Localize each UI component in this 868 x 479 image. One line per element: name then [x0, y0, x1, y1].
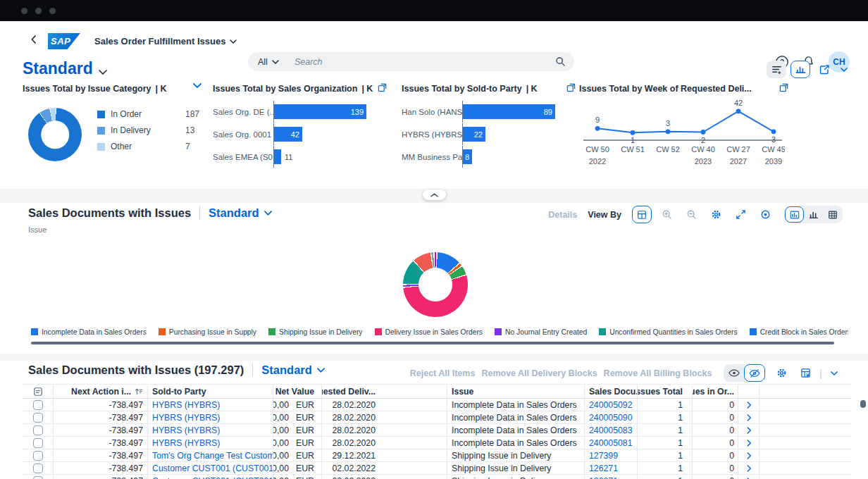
sap-logo[interactable]: SAP [48, 33, 80, 49]
sold-to-party-link[interactable]: Tom's Org Change Test Customer (1003526) [152, 451, 273, 461]
open-in-window-icon[interactable] [779, 83, 790, 94]
bar-axis: 42 [273, 123, 302, 145]
legend-toggle-icon[interactable] [755, 206, 775, 223]
sold-to-party-link[interactable]: Customer CUST001 (CUST001) [152, 464, 273, 473]
window-maximize-dot[interactable] [49, 8, 56, 14]
remove-delivery-blocks-button[interactable]: Remove All Delivery Blocks [481, 368, 597, 378]
chevron-down-icon[interactable] [829, 364, 840, 382]
window-minimize-dot[interactable] [35, 8, 42, 14]
table-settings-gear-icon[interactable] [771, 364, 791, 382]
sold-to-party-link[interactable]: HYBRS (HYBRS) [152, 400, 220, 410]
row-checkbox[interactable] [33, 476, 43, 479]
row-chevron-right-icon[interactable] [744, 400, 754, 410]
col-sold-to-party[interactable]: Sold-to Party [148, 385, 273, 398]
chart-legend-item[interactable]: Incomplete Data in Sales Orders [31, 328, 147, 336]
row-checkbox[interactable] [33, 438, 43, 448]
table-variant-select[interactable]: Standard [252, 363, 325, 377]
filter-bar[interactable]: 139 [274, 104, 366, 119]
sales-document-link[interactable]: 240005081 [589, 438, 633, 448]
row-chevron-right-icon[interactable] [744, 451, 754, 461]
row-filler [760, 424, 851, 436]
col-item-issues[interactable]: Item Issues in Or... [693, 385, 738, 398]
fullscreen-icon[interactable] [731, 206, 750, 223]
drilldown-grid-button[interactable] [632, 206, 652, 223]
visual-filter-legend-item[interactable]: In Delivery 13 [97, 125, 199, 135]
col-next-action[interactable]: Next Action i... [54, 385, 148, 398]
row-checkbox[interactable] [33, 413, 43, 423]
row-checkbox[interactable] [33, 400, 43, 410]
row-chevron-right-icon[interactable] [744, 413, 754, 423]
visualfilter-view-button[interactable] [790, 61, 810, 78]
zoom-out-icon[interactable] [681, 206, 701, 223]
sold-to-party-link[interactable]: Customer CUST001 (CUST001) [152, 476, 273, 479]
col-net-value[interactable]: Net Value [273, 385, 322, 398]
row-chevron-right-icon[interactable] [744, 438, 754, 448]
row-chevron-right-icon[interactable] [744, 425, 754, 435]
sales-document-link[interactable]: 240005083 [589, 425, 633, 435]
chart-table-view-button[interactable] [785, 206, 804, 223]
col-issue[interactable]: Issue [447, 385, 585, 398]
chart-legend-item[interactable]: Shipping Issue in Delivery [268, 328, 362, 336]
visual-filter-legend-item[interactable]: Other 7 [97, 142, 199, 151]
col-issues-total[interactable]: Issues Total [638, 385, 693, 398]
row-checkbox[interactable] [33, 451, 43, 461]
row-checkbox[interactable] [33, 464, 43, 473]
issues-donut-chart[interactable] [403, 252, 468, 317]
zoom-in-icon[interactable] [657, 206, 676, 223]
open-in-window-icon[interactable] [378, 83, 389, 94]
view-by-button[interactable]: View By [588, 210, 621, 220]
row-chevron-right-icon[interactable] [744, 476, 754, 479]
filter-bar[interactable]: 8 [463, 149, 472, 164]
chevron-down-icon[interactable] [193, 83, 204, 94]
clear-selection-icon[interactable] [23, 385, 54, 398]
chart-legend-item[interactable]: Credit Block in Sales Orders [750, 328, 848, 336]
row-chevron-right-icon[interactable] [744, 464, 754, 473]
filter-bar[interactable]: 42 [274, 127, 302, 142]
sales-document-link[interactable]: 126271 [589, 476, 618, 479]
table-view-button[interactable] [823, 206, 842, 223]
col-requested-delivery[interactable]: Requested Deliv... [322, 385, 447, 398]
filter-bar[interactable]: 22 [463, 127, 485, 142]
delivery-week-line-chart[interactable]: 9132423CW 502022CW 51CW 52CW 402023CW 27… [579, 100, 790, 170]
legend-horizontal-scrollbar[interactable] [31, 342, 834, 344]
legend-swatch [599, 328, 606, 335]
row-checkbox[interactable] [33, 425, 43, 435]
bar-row: Han Solo (HANS... 89 [402, 104, 578, 119]
show-details-eye-icon[interactable] [724, 364, 745, 382]
chart-legend-item[interactable]: Delivery Issue in Sales Orders [375, 328, 483, 336]
export-spreadsheet-icon[interactable] [798, 364, 813, 382]
visual-filter-legend-item[interactable]: In Order 187 [97, 109, 199, 119]
open-in-window-icon[interactable] [566, 83, 578, 94]
issue-category-donut-chart[interactable] [28, 108, 82, 161]
hide-details-eye-off-icon[interactable] [744, 364, 765, 382]
col-sales-document[interactable]: Sales Docu... [585, 385, 638, 398]
collapse-header-button[interactable] [423, 189, 446, 200]
window-close-dot[interactable] [21, 8, 27, 14]
filter-bar[interactable]: 89 [463, 104, 555, 119]
chart-legend-item[interactable]: Purchasing Issue in Supply [159, 328, 256, 336]
back-icon[interactable] [28, 34, 41, 46]
page-variant-title[interactable]: Standard [23, 59, 107, 78]
sold-to-party-link[interactable]: HYBRS (HYBRS) [152, 438, 220, 448]
filterbar-view-button[interactable] [767, 61, 786, 78]
sales-document-link[interactable]: 240005090 [589, 413, 633, 423]
table-vertical-scrollbar[interactable] [860, 400, 866, 408]
sold-to-party-link[interactable]: HYBRS (HYBRS) [152, 413, 220, 423]
sales-document-link[interactable]: 240005092 [589, 400, 633, 410]
sales-document-link[interactable]: 127399 [589, 451, 618, 461]
sold-to-party-cell: HYBRS (HYBRS) [148, 411, 273, 423]
filter-bar[interactable]: 11 [274, 149, 281, 164]
chart-settings-gear-icon[interactable] [706, 206, 726, 223]
chevron-down-icon[interactable] [838, 61, 850, 78]
sold-to-party-link[interactable]: HYBRS (HYBRS) [152, 425, 220, 435]
share-icon[interactable] [814, 61, 834, 78]
chart-legend-item[interactable]: No Journal Entry Created [495, 328, 587, 336]
chart-variant-select[interactable]: Standard [199, 206, 272, 220]
reject-all-items-button[interactable]: Reject All Items [410, 368, 476, 378]
sales-document-link[interactable]: 126271 [589, 464, 618, 473]
remove-billing-blocks-button[interactable]: Remove All Billing Blocks [604, 368, 712, 378]
details-button[interactable]: Details [548, 210, 577, 220]
chart-legend-item[interactable]: Unconfirmed Quantities in Sales Orders [599, 328, 737, 336]
app-title-menu[interactable]: Sales Order Fulfillment Issues [94, 36, 237, 46]
bar-chart-view-button[interactable] [804, 206, 823, 223]
